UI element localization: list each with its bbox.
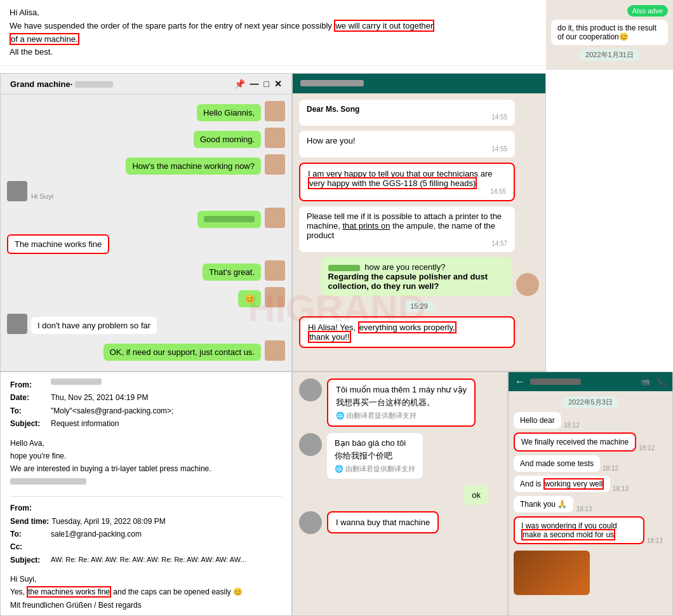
avatar <box>299 511 322 534</box>
email-line2-wrapper: of a new machine. <box>10 33 536 46</box>
email-sign-off: All the best. <box>10 46 536 59</box>
email-highlight2: of a new machine. <box>10 33 79 45</box>
avatar <box>265 101 285 121</box>
chat-bubble-highlighted: The machine works fine <box>7 234 109 254</box>
ok-bubble: ok <box>464 485 488 505</box>
date-badge: 2022年5月3日 <box>562 396 619 408</box>
body-line4 <box>10 478 86 485</box>
br-time: 18:12 <box>564 422 580 429</box>
br-row: Hello dear 18:12 <box>514 412 667 429</box>
date-label: 2022年1月31日 <box>579 49 640 61</box>
subject-label: Subject: <box>10 417 48 430</box>
email-subject-field: Subject: Request information <box>10 417 282 430</box>
email-line1-pre: We have suspended the order of the spare… <box>10 21 332 30</box>
wa-bubble: Dear Ms. Song 14:55 <box>299 100 515 126</box>
body6-post: and the caps can be opened easily 😊 <box>113 587 243 596</box>
maximize-icon: □ <box>264 79 269 89</box>
email-line1: We have suspended the order of the spare… <box>10 20 536 33</box>
chat-message: How's the machine working now? <box>7 154 285 175</box>
body-line3: We are interested in buying a tri-layer … <box>10 462 282 475</box>
wa-bubble: How are you! 14:55 <box>299 131 515 157</box>
email-date-field: Date: Thu, Nov 25, 2021 04:19 PM <box>10 391 282 404</box>
chat-bubble: Hello Giannis, <box>197 104 261 121</box>
br-time: 18:13 <box>613 485 629 492</box>
br-bubble-highlighted: I was wondering if you could make a seco… <box>514 516 644 544</box>
also-adv-badge: Also adve <box>627 5 668 17</box>
bottom-left-email: From: Date: Thu, Nov 25, 2021 04:19 PM T… <box>0 372 292 616</box>
viet-row: Bạn báo giá cho tôi 你给我报个价吧 🌐 由翻译君提供翻译支持 <box>299 433 501 479</box>
avatar <box>265 260 285 281</box>
chinese-text: 我想再买一台这样的机器。 <box>336 397 467 408</box>
mid-right-chat-header <box>293 74 545 93</box>
sender-name: Dear Ms. Song <box>307 105 507 114</box>
translate-note: 🌐 由翻译君提供翻译支持 <box>336 411 467 420</box>
email-cc-field: Cc: <box>10 540 282 553</box>
avatar <box>299 378 322 401</box>
viet-row: Tôi muốn mua thêm 1 máy như vậy 我想再买一台这样… <box>299 378 501 427</box>
chat-message: I don't have any problem so far <box>7 314 285 334</box>
br-row: And is working very well 18:13 <box>514 476 667 492</box>
subject-value: Request information <box>51 417 119 430</box>
video-icon[interactable]: 📹 <box>641 377 650 386</box>
email-highlight1: we will carry it out together <box>334 20 434 32</box>
br-bubble: And made some tests <box>514 455 600 472</box>
time-center: 15:29 <box>403 301 436 311</box>
sendtime-value: Tuesday, April 19, 2022 08:09 PM <box>51 515 165 528</box>
avatar <box>265 128 285 148</box>
body-line2: hope you're fine. <box>10 450 282 462</box>
wa-bubble-highlighted: I am very happy to tell you that our tec… <box>299 163 515 201</box>
br-time: 18:12 <box>639 445 655 452</box>
body6-highlight: the machines works fine <box>27 586 111 598</box>
br-time: 18:13 <box>576 506 592 512</box>
avatar <box>265 340 285 361</box>
chat-title: Grand machine· <box>10 79 113 89</box>
avatar <box>265 208 285 228</box>
wa-row-right: how are you recently? Regarding the caps… <box>299 257 539 296</box>
mid-right-chat-panel: Dear Ms. Song 14:55 How are you! 14:55 I… <box>292 73 546 372</box>
body7: Mit freundlichen Grüßen / Best regards <box>10 599 282 612</box>
to2-label: To: <box>10 528 48 540</box>
close-icon[interactable]: ✕ <box>274 79 282 89</box>
to-value: "Moly"<sales@grand-packing.com>; <box>51 405 173 417</box>
viet-text2: Bạn báo giá cho tôi <box>335 438 415 448</box>
avatar <box>265 287 285 307</box>
chat-bubble: That's great. <box>203 264 261 281</box>
chat-message: That's great. <box>7 260 285 281</box>
back-icon[interactable]: ← <box>515 376 525 387</box>
chat-name: Hi Suyi <box>31 192 53 200</box>
email-to-field: To: "Moly"<sales@grand-packing.com>; <box>10 405 282 417</box>
product-image <box>514 551 590 595</box>
chat-title-blur <box>75 81 113 88</box>
br-time: 18:13 <box>647 537 663 544</box>
body6-pre: Yes, <box>10 587 25 596</box>
ok-row: ok <box>299 485 501 505</box>
avatar <box>7 181 27 201</box>
body6: Yes, the machines works fine and the cap… <box>10 586 282 598</box>
header-actions: 📹 📞 <box>641 377 666 386</box>
email-subject2-field: Subject: AW: Re: Re: AW: AW: Re: AW: AW:… <box>10 554 282 566</box>
bottom-right-chat-header: ← 📹 📞 <box>509 372 672 391</box>
bottom-right-chat-body: 2022年5月3日 Hello dear 18:12 We finally re… <box>509 391 672 612</box>
bottom-mid-chat-panel: Tôi muốn mua thêm 1 máy như vậy 我想再买一台这样… <box>292 372 508 616</box>
chat-message: Hi Suyi <box>7 181 285 201</box>
cc-label: Cc: <box>10 540 48 553</box>
left-chat-header: Grand machine· 📌 — □ ✕ <box>1 74 291 95</box>
body5: Hi Suyi, <box>10 573 282 586</box>
date-label: Date: <box>10 391 48 404</box>
br-row: And made some tests 18:12 <box>514 455 667 472</box>
br-bubble: And is working very well <box>514 476 610 492</box>
chat-message: The machine works fine <box>7 234 285 254</box>
viet-bubble-highlighted: Tôi muốn mua thêm 1 máy như vậy 我想再买一台这样… <box>327 378 476 427</box>
avatar <box>265 154 285 175</box>
br-row: Thank you 🙏 18:13 <box>514 496 667 512</box>
translate-note2: 🌐 由翻译君提供翻译支持 <box>335 464 415 474</box>
minimize-icon: — <box>250 79 259 89</box>
avatar <box>7 314 27 334</box>
to-label: To: <box>10 405 48 417</box>
left-chat-body: Hello Giannis, Good morning. How's the m… <box>1 95 291 366</box>
top-email-section: Hi Alisa, We have suspended the order of… <box>0 0 546 66</box>
email-greeting: Hi Alisa, <box>10 6 536 20</box>
br-row: I was wondering if you could make a seco… <box>514 516 667 544</box>
call-icon[interactable]: 📞 <box>656 377 666 386</box>
chat-bubble <box>197 211 261 228</box>
